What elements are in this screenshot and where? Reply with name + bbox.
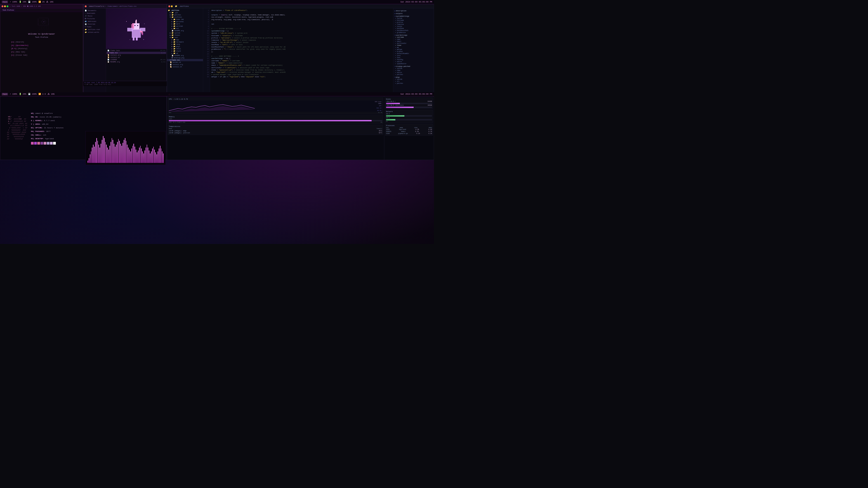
minimize-btn[interactable]	[4, 5, 6, 7]
proc-1-pid: 2520	[386, 129, 390, 130]
menu-closetab[interactable]: [x] [Close tab]	[11, 54, 81, 57]
folder-icon: 📁	[175, 5, 177, 7]
network-row-2: 19.5	[386, 117, 432, 119]
code-text-area[interactable]: description = "Flake of LibrePhoenix"; o…	[210, 8, 393, 92]
eq-bar	[132, 146, 133, 163]
menu-newtab[interactable]: [t] [New tab]	[11, 51, 81, 54]
panel-name: • name	[393, 38, 434, 40]
eq-bar	[142, 151, 143, 163]
temp-name-header: Name	[169, 128, 172, 129]
tree-user[interactable]: ▼ 📁 user	[167, 36, 203, 39]
eq-bar	[91, 151, 92, 163]
panel-email: • email	[393, 40, 434, 42]
fm-file-license[interactable]: 📄 LICENSE 34.2 K	[106, 59, 166, 61]
fm-sidebar-dotfiles[interactable]: 📁 dotfiles-root	[84, 28, 106, 31]
fm-file-flakelock[interactable]: 📄 flake.lock 27.5 K	[106, 50, 166, 52]
tree-shell[interactable]: ▶ 📁 shell	[167, 48, 203, 50]
tree-app[interactable]: ▶ 📁 app	[167, 39, 203, 41]
tree-lang[interactable]: ▶ 📁 lang	[167, 43, 203, 45]
fm-file-flakenix[interactable]: ❄ flake.nix 3.2 K	[106, 52, 166, 54]
line-numbers: 12345 678910 1112131415 1617181920 21222…	[203, 8, 210, 92]
eq-bar	[129, 150, 130, 163]
file-icon: 🖼	[172, 57, 173, 59]
tree-hardensh[interactable]: 📜 harden.sh	[167, 61, 203, 64]
code-line-22: userSettings = rec {	[211, 57, 392, 60]
tree-readme-profiles[interactable]: 📋 README.org	[167, 30, 203, 32]
ascii-logo: ___________ | __ | | / \ | | | QB | | | …	[34, 15, 49, 31]
tree-pkgs[interactable]: ▶ 📁 pkgs	[167, 45, 203, 48]
tree-personal[interactable]: ▶ 📁 personal	[167, 21, 203, 23]
svg-rect-2	[136, 20, 137, 23]
disk2-bar-fill	[386, 107, 414, 108]
temp-val-header: Temp(C)	[377, 128, 382, 129]
tree-flakenix[interactable]: ❄ flake.nix	[167, 59, 203, 61]
tree-hardware[interactable]: ▶ 📁 hardware	[167, 41, 203, 43]
window-controls[interactable]	[2, 5, 8, 7]
tree-patches[interactable]: ▶ 📁 patches	[167, 14, 203, 16]
tree-work[interactable]: ▶ 📁 work	[167, 23, 203, 25]
nf-kernel: G | KERNEL: 6.7.7-zen1	[31, 119, 64, 123]
maximize-btn[interactable]	[6, 5, 8, 7]
panel-profile: • profile	[393, 22, 434, 24]
tree-style[interactable]: ▶ 📁 style	[167, 50, 203, 52]
folder-icon: ▶ 📁	[170, 32, 174, 34]
mem-label-ram: RAM: 95 5.7GiB/2.0iB	[169, 122, 185, 123]
equalizer-window	[86, 131, 166, 165]
menu-search[interactable]: [o] [Search]	[11, 40, 81, 43]
close-btn[interactable]	[2, 5, 3, 7]
folder-icon: ▶ 📁	[172, 53, 176, 54]
eq-bar	[128, 148, 129, 163]
tree-homelab[interactable]: ▶ 📁 home lab	[167, 18, 203, 21]
panel-usersettings[interactable]: ▼ userSettings	[393, 34, 434, 36]
tree-desktop-png[interactable]: 🖼 desktop.png	[167, 57, 203, 59]
fm-close-btn[interactable]	[85, 5, 87, 7]
tree-readme-user[interactable]: 📋 README.org	[167, 55, 203, 57]
fm-sidebar-addresses[interactable]: 📬 Addresses	[84, 20, 106, 23]
fm-file-installsh[interactable]: 📜 install.sh	[106, 56, 166, 59]
code-window-controls[interactable]	[168, 5, 173, 7]
panel-bootmountpath: • bootMountPath	[393, 30, 434, 32]
eq-bar	[153, 147, 154, 163]
panel-pkgs[interactable]: ▼ pkgs	[393, 76, 434, 78]
fm-sidebar-pictures[interactable]: 🖼 Pictures	[84, 18, 106, 20]
mem-status-bottom: 🖧 10G	[48, 93, 55, 95]
tree-git[interactable]: ▶ 📁 .git	[167, 11, 203, 14]
tree-profiles[interactable]: ▼ 📁 profiles	[167, 16, 203, 18]
eq-bar	[107, 148, 108, 163]
battery-status: 🔋 20%	[19, 1, 26, 3]
menu-quickmarks[interactable]: [b] [Quickmarks]	[11, 44, 81, 47]
fm-sidebar-flake[interactable]: ❄ Flake	[84, 26, 106, 28]
fm-sidebar-music[interactable]: 🎵 Music	[84, 15, 106, 18]
file-icon: 📋	[170, 64, 172, 66]
fm-sidebar-external[interactable]: 💾 External	[84, 23, 106, 26]
qute-tab-active[interactable]: Tech Profile	[1, 9, 15, 11]
fm-sidebar-documents[interactable]: 📄 Documents	[84, 9, 106, 12]
tree-installog[interactable]: 📋 install.org	[167, 64, 203, 66]
fm-sidebar-downloads[interactable]: ⬇ Downloads	[84, 12, 106, 15]
fm-file-installarg[interactable]: 📜 install.arg	[106, 54, 166, 56]
eq-bar	[137, 152, 137, 163]
tree-system[interactable]: ▶ 📁 system	[167, 32, 203, 34]
fm-window-controls[interactable]	[85, 5, 87, 7]
menu-history[interactable]: [$ h] [History]	[11, 47, 81, 50]
net-download: 19.5	[386, 117, 390, 119]
panel-systemsettings[interactable]: ▼ systemSettings	[393, 15, 434, 18]
code-close-btn[interactable]	[168, 5, 170, 7]
panel-nixpkgs-patched[interactable]: ▼ nixpkgs-patched	[393, 65, 434, 68]
tree-wsl[interactable]: ▶ 📁 wsl	[167, 27, 203, 30]
file-name: README.org	[110, 61, 160, 63]
tree-installsh[interactable]: 📜 install.sh	[167, 66, 203, 68]
statusbar-bottom-left: Tech ⚡ 100% 🔋 20% 💾 100% 📶 2.5 🖧 10G	[2, 93, 55, 95]
tree-wm[interactable]: ▶ 📁 wm	[167, 52, 203, 55]
cpu-graph-svg	[169, 101, 382, 112]
tree-worklab[interactable]: ▶ 📁 worklab	[167, 25, 203, 27]
fm-file-readmeorg[interactable]: 📋 README.org 4.4 K	[106, 61, 166, 63]
code-min-btn[interactable]	[171, 5, 173, 7]
color-3	[37, 142, 40, 144]
panel-system: • system	[393, 18, 434, 20]
qute-menu: [o] [Search] [b] [Quickmarks] [$ h] [His…	[2, 40, 81, 57]
temp-edge-val: 49°C	[379, 130, 382, 132]
eq-bar	[92, 148, 92, 163]
fm-sidebar-octave[interactable]: 📁 octave-works	[84, 31, 106, 34]
tree-themes[interactable]: ▶ 📁 themes	[167, 34, 203, 36]
